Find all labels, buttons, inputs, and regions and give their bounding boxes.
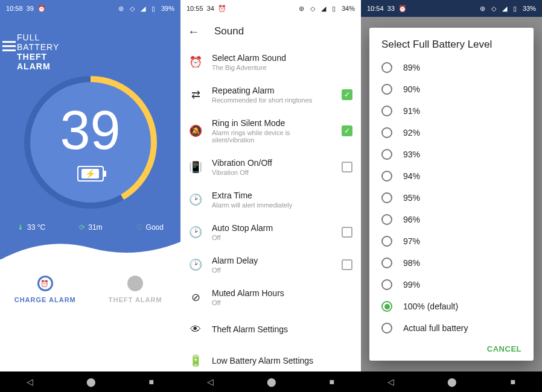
option-label: 99% — [403, 280, 420, 289]
cancel-button[interactable]: CANCEL — [369, 338, 534, 356]
row-subtitle: Off — [212, 234, 332, 241]
back-button[interactable]: ← — [188, 25, 200, 39]
dialog-options[interactable]: 89%90%91%92%93%94%95%96%97%98%99%100% (d… — [369, 57, 534, 338]
settings-row[interactable]: 👁Theft Alarm Settings — [180, 314, 361, 345]
radio-option[interactable]: Actual full battery — [381, 317, 521, 338]
option-label: 91% — [403, 106, 420, 116]
nav-recent-icon[interactable]: ■ — [330, 377, 334, 387]
radio-option[interactable]: 96% — [381, 209, 521, 230]
nav-back-icon[interactable]: ◁ — [387, 377, 394, 387]
radio-option[interactable]: 92% — [381, 122, 521, 144]
radio-option[interactable]: 89% — [381, 57, 521, 78]
row-title: Repeating Alarm — [212, 86, 332, 95]
menu-button[interactable] — [0, 37, 17, 54]
battery-pct: 33% — [523, 5, 536, 12]
option-label: 100% (default) — [403, 302, 458, 311]
status-time: 10:58 — [6, 5, 23, 12]
radio-option[interactable]: 99% — [381, 274, 521, 296]
wifi-icon: ◇ — [130, 5, 135, 13]
battery-pct: 34% — [342, 5, 355, 12]
alarm-clock-icon: ⏰ — [218, 5, 226, 13]
nav-home-icon[interactable]: ⬤ — [267, 377, 276, 387]
radio-icon — [381, 301, 392, 312]
silent-icon: 🔕 — [189, 124, 202, 138]
settings-row[interactable]: ⊘Muted Alarm HoursOff — [180, 281, 361, 314]
row-subtitle: Alarm rings while device is silent/vibra… — [212, 129, 332, 144]
radio-icon — [381, 62, 392, 73]
radio-icon — [381, 236, 392, 247]
status-temp: 34 — [207, 5, 214, 12]
clock-icon: 🕑 — [189, 226, 202, 239]
radio-icon — [381, 192, 392, 203]
radio-option[interactable]: 100% (default) — [381, 296, 521, 317]
radio-icon — [381, 323, 392, 334]
eye-icon: 👁 — [189, 323, 202, 336]
stat-time: ⟳31m — [79, 223, 102, 232]
settings-row[interactable]: 📳Vibration On/OffVibration Off — [180, 151, 361, 183]
radio-option[interactable]: 97% — [381, 230, 521, 252]
charging-icon: ⚡ — [77, 166, 104, 182]
radio-option[interactable]: 91% — [381, 100, 521, 122]
signal-icon: ◢ — [141, 5, 145, 13]
row-title: Alarm Delay — [212, 256, 332, 265]
nav-recent-icon[interactable]: ■ — [510, 377, 515, 387]
checkbox[interactable]: ✓ — [342, 89, 352, 100]
settings-row[interactable]: 🔋Low Battery Alarm Settings — [180, 345, 361, 371]
nav-recent-icon[interactable]: ■ — [149, 377, 154, 387]
option-label: 89% — [403, 63, 420, 72]
battery-icon: ▯ — [151, 5, 155, 13]
settings-list[interactable]: ⏰Select Alarm SoundThe Big Adventure⇄Rep… — [180, 46, 361, 371]
settings-row[interactable]: 🔕Ring in Silent ModeAlarm rings while de… — [180, 111, 361, 151]
row-title: Extra Time — [212, 191, 352, 200]
radio-option[interactable]: 94% — [381, 165, 521, 187]
dialog-title: Select Full Battery Level — [369, 39, 534, 57]
sound-header: ← Sound — [180, 17, 361, 46]
option-label: 94% — [403, 171, 420, 181]
alarm-clock-icon: ⏰ — [37, 276, 53, 291]
android-nav-bar: ◁ ⬤ ■ — [361, 371, 542, 392]
status-time: 10:55 — [187, 5, 203, 12]
row-title: Auto Stop Alarm — [212, 223, 332, 233]
nav-home-icon[interactable]: ⬤ — [86, 377, 96, 387]
status-temp: 39 — [27, 5, 34, 12]
signal-icon: ◢ — [321, 5, 326, 13]
row-title: Theft Alarm Settings — [212, 324, 352, 334]
row-title: Low Battery Alarm Settings — [212, 356, 352, 365]
radio-option[interactable]: 95% — [381, 187, 521, 209]
row-subtitle: Alarm will alert immediately — [212, 201, 352, 209]
battery-icon: 🔋 — [189, 354, 202, 367]
radio-option[interactable]: 93% — [381, 144, 521, 165]
nav-back-icon[interactable]: ◁ — [27, 377, 33, 387]
tab-charge-alarm[interactable]: ⏰ CHARGE ALARM — [0, 259, 91, 320]
radio-icon — [381, 106, 392, 116]
wifi-icon: ◇ — [491, 5, 496, 13]
settings-row[interactable]: ⇄Repeating AlarmRecommended for short ri… — [180, 78, 361, 111]
android-nav-bar: ◁ ⬤ ■ — [0, 371, 180, 392]
checkbox[interactable] — [342, 259, 352, 270]
settings-row[interactable]: 🕑Auto Stop AlarmOff — [180, 216, 361, 248]
alarm-icon: ⏰ — [189, 55, 202, 69]
nav-home-icon[interactable]: ⬤ — [447, 377, 457, 387]
page-title: Sound — [214, 25, 244, 37]
settings-row[interactable]: ⏰Select Alarm SoundThe Big Adventure — [180, 46, 361, 78]
checkbox[interactable]: ✓ — [342, 125, 352, 136]
row-subtitle: Off — [212, 299, 352, 306]
checkbox[interactable] — [342, 227, 352, 238]
settings-row[interactable]: 🕑Alarm DelayOff — [180, 248, 361, 281]
radio-option[interactable]: 90% — [381, 78, 521, 100]
status-bar: 10:58 39 ⏰ ⊚ ◇ ◢ ▯ 39% — [0, 0, 180, 17]
status-bar: 10:55 34 ⏰ ⊚ ◇ ◢ ▯ 34% — [180, 0, 361, 17]
alarm-clock-icon: ⏰ — [398, 5, 407, 13]
settings-row[interactable]: 🕑Extra TimeAlarm will alert immediately — [180, 183, 361, 216]
signal-icon: ◢ — [502, 5, 507, 13]
stat-temperature: 🌡33 °C — [17, 223, 45, 232]
row-subtitle: Off — [212, 267, 332, 274]
clock-icon: 🕑 — [189, 193, 202, 206]
vibrate-icon: ⊚ — [480, 5, 485, 13]
tab-theft-alarm[interactable]: THEFT ALARM — [91, 259, 181, 320]
radio-option[interactable]: 98% — [381, 252, 521, 274]
option-label: 92% — [403, 128, 420, 138]
stat-health: ♡Good — [136, 223, 164, 232]
nav-back-icon[interactable]: ◁ — [207, 377, 214, 387]
checkbox[interactable] — [342, 162, 352, 172]
